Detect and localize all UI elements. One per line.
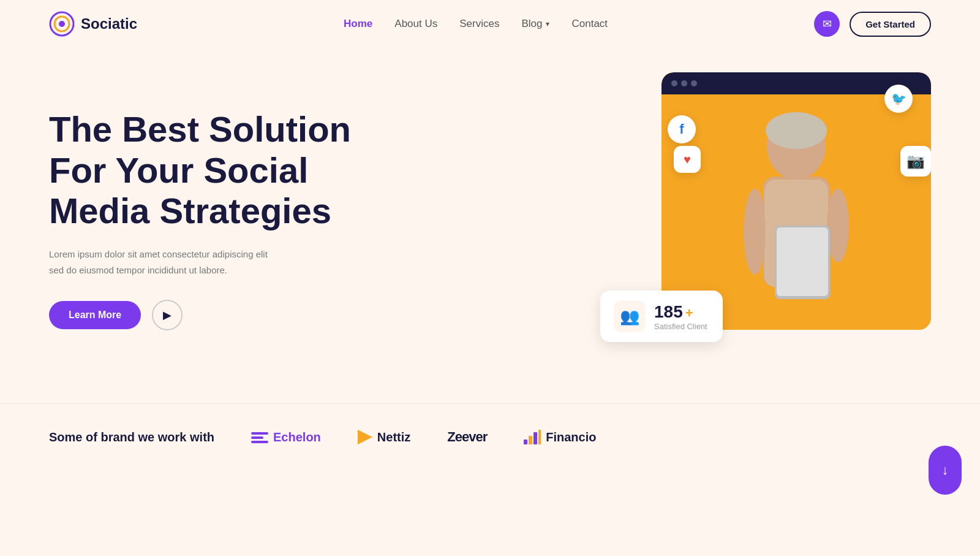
svg-point-7 bbox=[744, 189, 766, 275]
svg-rect-12 bbox=[251, 436, 263, 439]
nav-links: Home About Us Services Blog ▾ Contact bbox=[344, 18, 608, 30]
browser-dot-2 bbox=[681, 80, 687, 86]
satisfied-icon: 👥 bbox=[614, 300, 646, 332]
person-illustration bbox=[717, 103, 876, 330]
people-icon: 👥 bbox=[620, 307, 639, 326]
nav-blog[interactable]: Blog ▾ bbox=[521, 18, 549, 30]
play-icon: ▶ bbox=[163, 308, 172, 322]
svg-rect-17 bbox=[533, 432, 537, 444]
brands-logos: Echelon Nettiz Zeever Financio bbox=[251, 429, 931, 445]
browser-dot-3 bbox=[691, 80, 697, 86]
svg-rect-16 bbox=[529, 436, 532, 444]
arrow-down-icon: ↓ bbox=[942, 462, 949, 478]
brands-label: Some of brand we work with bbox=[49, 428, 214, 446]
svg-rect-10 bbox=[777, 227, 828, 296]
svg-rect-18 bbox=[538, 430, 541, 444]
echelon-label: Echelon bbox=[273, 430, 321, 444]
satisfied-count: 185 bbox=[654, 302, 683, 322]
nav-right: ✉ Get Started bbox=[814, 11, 931, 37]
get-started-button[interactable]: Get Started bbox=[850, 12, 931, 37]
play-button[interactable]: ▶ bbox=[152, 300, 183, 330]
facebook-icon-float: f bbox=[668, 115, 696, 143]
zeever-label: Zeever bbox=[447, 429, 487, 445]
svg-point-8 bbox=[827, 189, 849, 262]
satisfied-label: Satisfied Client bbox=[654, 322, 707, 331]
svg-rect-13 bbox=[251, 441, 268, 443]
brands-section: Some of brand we work with Echelon Netti… bbox=[0, 403, 980, 470]
email-button[interactable]: ✉ bbox=[814, 11, 840, 37]
nav-about[interactable]: About Us bbox=[394, 18, 437, 29]
svg-rect-15 bbox=[524, 440, 527, 444]
echelon-icon bbox=[251, 431, 268, 443]
hero-title: The Best Solution For Your Social Media … bbox=[49, 109, 355, 232]
svg-point-2 bbox=[59, 21, 65, 27]
logo-text: Sociatic bbox=[81, 15, 137, 32]
logo[interactable]: Sociatic bbox=[49, 11, 137, 37]
brand-zeever: Zeever bbox=[447, 429, 487, 445]
brand-nettiz: Nettiz bbox=[358, 430, 410, 444]
nettiz-icon bbox=[358, 430, 372, 444]
learn-more-button[interactable]: Learn More bbox=[49, 301, 141, 329]
satisfied-info: 185 + Satisfied Client bbox=[654, 302, 707, 331]
like-icon-float: ♥ bbox=[674, 146, 701, 173]
nav-contact[interactable]: Contact bbox=[571, 18, 608, 29]
instagram-icon-float: 📷 bbox=[900, 146, 931, 177]
twitter-icon-float: 🐦 bbox=[884, 85, 913, 113]
hero-actions: Learn More ▶ bbox=[49, 300, 355, 330]
chevron-down-icon: ▾ bbox=[546, 20, 549, 28]
navbar: Sociatic Home About Us Services Blog ▾ C… bbox=[0, 0, 980, 48]
brand-echelon: Echelon bbox=[251, 430, 321, 444]
satisfied-client-card: 👥 185 + Satisfied Client bbox=[600, 291, 723, 342]
hero-subtitle: Lorem ipsum dolor sit amet consectetur a… bbox=[49, 246, 282, 278]
logo-icon bbox=[49, 11, 75, 37]
hero-left: The Best Solution For Your Social Media … bbox=[49, 72, 355, 330]
svg-point-4 bbox=[766, 112, 827, 149]
nettiz-label: Nettiz bbox=[377, 430, 410, 444]
hero-right: f 🐦 📷 ♥ 👥 185 + Satisfied Client bbox=[637, 72, 931, 379]
hero-section: The Best Solution For Your Social Media … bbox=[0, 48, 980, 403]
svg-marker-14 bbox=[358, 430, 372, 444]
financio-label: Financio bbox=[546, 430, 596, 444]
email-icon: ✉ bbox=[823, 17, 832, 31]
nav-services[interactable]: Services bbox=[459, 18, 499, 29]
financio-icon bbox=[524, 430, 541, 444]
brand-financio: Financio bbox=[524, 430, 596, 444]
satisfied-plus: + bbox=[685, 305, 693, 321]
nav-home[interactable]: Home bbox=[344, 18, 372, 29]
svg-rect-11 bbox=[251, 432, 268, 435]
scroll-down-button[interactable]: ↓ bbox=[929, 446, 962, 495]
browser-dot-1 bbox=[671, 80, 677, 86]
